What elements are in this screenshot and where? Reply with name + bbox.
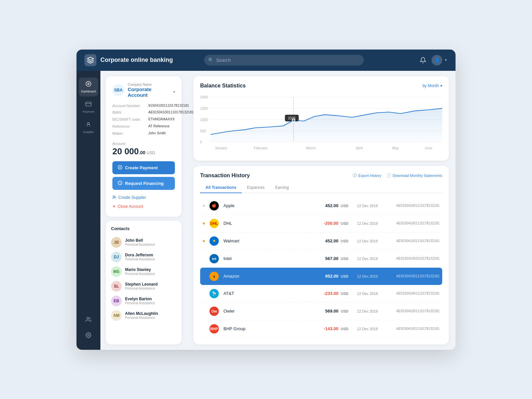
create-supplier-button[interactable]: Create Supplier [112,194,146,201]
sidebar-item-payment[interactable]: Payment [79,98,98,117]
logo-section: Corporate online banking [84,54,173,66]
contact-item[interactable]: AM Allen McLaughlin Personal Assistance [111,308,176,323]
search-bar[interactable]: 🔍 [204,55,364,66]
svg-text:June: June [425,146,432,150]
transaction-tabs: All Transactions Expances Earning [200,183,442,193]
transaction-dot [203,222,205,224]
transaction-dot [203,328,205,330]
transaction-name: Owler [223,309,321,314]
notifications-button[interactable] [420,57,426,64]
svg-text:1500: 1500 [200,106,208,110]
contact-name: Allen McLaughlin [125,311,158,316]
transaction-amount: -233.00 USD [324,291,348,296]
table-row[interactable]: DHL DHL -200.00 USD 12 Dec 2019 AE915041… [200,215,442,232]
create-supplier-icon [112,195,116,200]
transaction-ref: AE915041001110178132181 [386,204,440,207]
contact-item[interactable]: SL Stephen Leonard Personal Assistance [111,279,176,294]
sidebar-payment-label: Payment [82,110,94,113]
table-row[interactable]: int Intel 567.00 USD 12 Dec 2019 AE91504… [200,250,442,268]
transaction-logo: BHP [209,324,219,334]
transaction-amount: 452.00 USD [325,238,348,243]
transaction-ref: AE915041001110178132181 [386,274,440,278]
transactions-section: Transaction History 🕐 Export History 📄 D… [194,166,449,344]
transaction-ref: AE915041003310178132181 [386,257,440,260]
transaction-name: Intel [223,256,321,261]
chart-filter-button[interactable]: by Month ▾ [423,83,442,88]
contact-item[interactable]: EB Evelyn Barton Personal Assistance [111,294,176,308]
account-title: Corporate Account ▾ [128,86,175,98]
supplier-icon [85,121,91,129]
svg-text:February: February [254,146,268,150]
account-logo: SBA [112,84,124,96]
transaction-ref: AE915041001110178132181 [386,221,440,225]
request-financing-button[interactable]: Request Financing [112,177,175,190]
table-row[interactable]: a Amazon 952.00 USD 12 Dec 2019 AE915041… [200,268,442,285]
tab-all-transactions[interactable]: All Transactions [200,183,242,193]
transactions-title: Transaction History [200,173,250,179]
download-statements-button[interactable]: 📄 Download Monthly Statements [387,173,442,178]
transaction-dot [203,240,205,242]
table-row[interactable]: Ow Owler 569.00 USD 12 Dec 2019 AE915041… [200,303,442,320]
svg-text:April: April [356,146,363,150]
tab-earning[interactable]: Earning [270,183,294,193]
svg-text:March: March [306,146,316,150]
svg-point-27 [292,119,295,122]
account-dropdown-icon[interactable]: ▾ [173,90,175,94]
logo-icon [84,54,96,66]
contact-name: Mario Stanley [125,267,155,272]
transaction-ref: AE915041001110178132181 [386,327,440,331]
svg-text:May: May [392,146,399,150]
transaction-currency: USD [340,204,348,208]
table-row[interactable]: ★ Walmart 452.00 USD 12 Dec 2019 AE91504… [200,232,442,250]
request-financing-icon [118,181,122,186]
account-details: Account Number: 915041001110178132181 IB… [112,102,175,137]
contact-avatar: EB [111,296,122,306]
svg-text:January: January [215,146,227,150]
transaction-amount: -200.00 USD [324,221,348,226]
sidebar-item-users[interactable] [79,313,98,328]
transaction-logo: a [209,271,219,282]
contact-avatar: AM [111,310,122,321]
sidebar-item-settings[interactable] [79,329,98,343]
svg-text:0: 0 [200,140,202,144]
svg-text:1000: 1000 [200,117,208,121]
table-row[interactable]: 🍎 Apple 452.00 USD 12 Dec 2019 AE9150410… [200,197,442,215]
transaction-dot [203,258,205,260]
contact-item[interactable]: JB John Bell Personal Assistance [111,235,176,250]
sidebar-dashboard-label: Dashboard [81,90,96,93]
contact-name: Dora Jefferson [125,253,155,257]
svg-point-6 [88,334,89,336]
table-row[interactable]: 📡 AT&T -233.00 USD 12 Dec 2019 AE9150410… [200,285,442,303]
transaction-date: 12 Dec 2019 [352,221,382,225]
create-payment-button[interactable]: Create Payment [112,161,175,174]
transaction-dot [203,275,205,277]
chevron-down-icon: ▼ [444,58,448,62]
download-icon: 📄 [387,173,391,178]
transaction-amount: 452.00 USD [325,203,348,208]
tab-expances[interactable]: Expances [242,183,270,193]
transaction-logo: int [209,253,219,264]
export-history-button[interactable]: 🕐 Export History [352,173,381,178]
transaction-name: Walmart [223,238,321,243]
search-input[interactable] [204,55,364,66]
contacts-section: Contacts JB John Bell Personal Assistanc… [106,221,182,344]
contact-role: Personal Assistance [125,301,155,305]
app-title: Corporate online banking [100,57,173,64]
contact-item[interactable]: DJ Dora Jefferson Personal Assistance [111,250,176,264]
svg-point-1 [88,83,89,84]
contact-name: Evelyn Barton [125,297,155,301]
close-account-button[interactable]: ✕ Close Account [112,203,143,210]
contact-role: Personal Assistance [125,243,155,246]
transaction-currency: USD [340,327,348,331]
transaction-date: 12 Dec 2019 [352,309,382,313]
contact-item[interactable]: MS Mario Stanley Personal Assistance [111,264,176,279]
transaction-logo: 🍎 [209,200,219,211]
export-icon: 🕐 [352,173,357,178]
table-row[interactable]: BHP BHP Group -143.00 USD 12 Dec 2019 AE… [200,320,442,338]
sidebar-item-supplier[interactable]: Supplier [79,118,98,137]
sidebar-item-dashboard[interactable]: Dashboard [79,77,98,96]
transaction-currency: USD [340,274,348,278]
sidebar-supplier-label: Supplier [83,130,94,134]
transaction-name: BHP Group [223,326,320,331]
user-menu-button[interactable]: 👤 ▼ [432,55,448,66]
